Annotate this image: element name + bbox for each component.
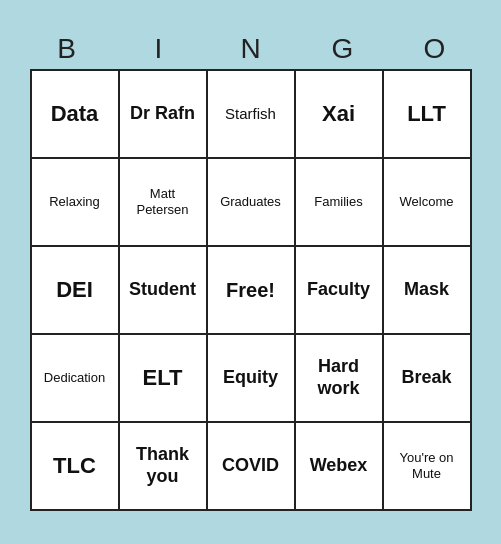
cell-r3-c2: Equity	[208, 335, 296, 423]
cell-r3-c4: Break	[384, 335, 472, 423]
cell-r4-c2: COVID	[208, 423, 296, 511]
cell-r4-c1: Thank you	[120, 423, 208, 511]
cell-r4-c3: Webex	[296, 423, 384, 511]
bingo-board: B I N G O DataDr RafnStarfishXaiLLTRelax…	[21, 33, 481, 511]
cell-r0-c1: Dr Rafn	[120, 71, 208, 159]
cell-r0-c2: Starfish	[208, 71, 296, 159]
cell-r3-c0: Dedication	[32, 335, 120, 423]
header-i: I	[115, 33, 203, 65]
cell-r1-c0: Relaxing	[32, 159, 120, 247]
cell-r2-c2: Free!	[208, 247, 296, 335]
header-o: O	[391, 33, 479, 65]
cell-r1-c3: Families	[296, 159, 384, 247]
cell-r4-c4: You're on Mute	[384, 423, 472, 511]
cell-r3-c3: Hard work	[296, 335, 384, 423]
header-b: B	[23, 33, 111, 65]
bingo-grid: DataDr RafnStarfishXaiLLTRelaxingMatt Pe…	[30, 69, 472, 511]
cell-r3-c1: ELT	[120, 335, 208, 423]
cell-r0-c4: LLT	[384, 71, 472, 159]
bingo-header: B I N G O	[21, 33, 481, 65]
cell-r0-c0: Data	[32, 71, 120, 159]
cell-r2-c4: Mask	[384, 247, 472, 335]
cell-r1-c1: Matt Petersen	[120, 159, 208, 247]
cell-r0-c3: Xai	[296, 71, 384, 159]
cell-r1-c2: Graduates	[208, 159, 296, 247]
cell-r4-c0: TLC	[32, 423, 120, 511]
cell-r1-c4: Welcome	[384, 159, 472, 247]
header-g: G	[299, 33, 387, 65]
cell-r2-c0: DEI	[32, 247, 120, 335]
cell-r2-c3: Faculty	[296, 247, 384, 335]
cell-r2-c1: Student	[120, 247, 208, 335]
header-n: N	[207, 33, 295, 65]
